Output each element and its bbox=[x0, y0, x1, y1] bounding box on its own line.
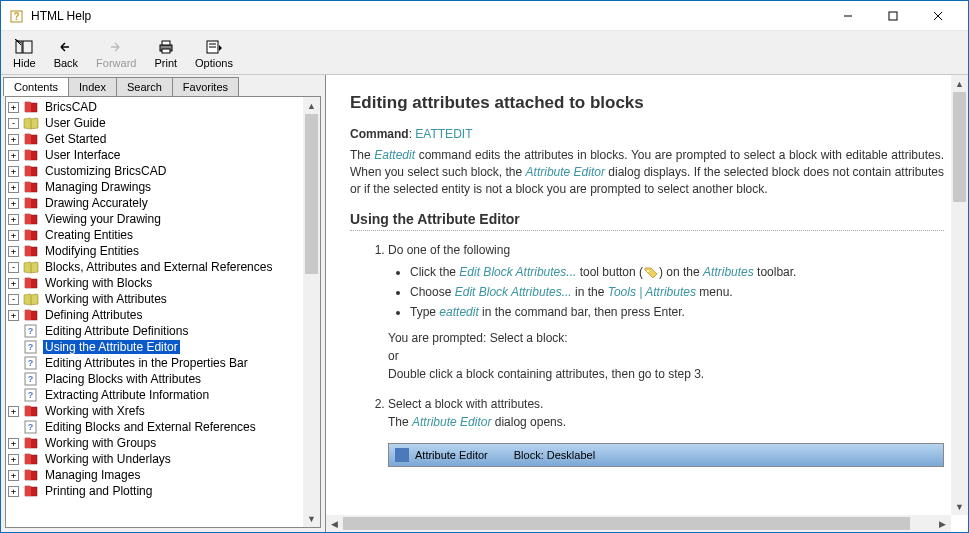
tab-contents[interactable]: Contents bbox=[3, 77, 69, 96]
print-icon bbox=[156, 37, 176, 57]
help-page-icon bbox=[23, 356, 39, 370]
scroll-up-icon[interactable]: ▲ bbox=[303, 97, 320, 114]
tab-favorites[interactable]: Favorites bbox=[172, 77, 239, 96]
tree-item[interactable]: Working with Underlays bbox=[43, 452, 173, 466]
scroll-left-icon[interactable]: ◀ bbox=[326, 515, 343, 532]
page-title: Editing attributes attached to blocks bbox=[350, 93, 944, 113]
book-icon bbox=[23, 228, 39, 242]
tab-index[interactable]: Index bbox=[68, 77, 117, 96]
book-icon bbox=[23, 404, 39, 418]
tree-item[interactable]: Working with Blocks bbox=[43, 276, 154, 290]
expand-toggle[interactable]: + bbox=[8, 406, 19, 417]
tree-item[interactable]: Extracting Attribute Information bbox=[43, 388, 211, 402]
scroll-down-icon[interactable]: ▼ bbox=[303, 510, 320, 527]
content-panel: Editing attributes attached to blocks Co… bbox=[326, 75, 968, 532]
tree-item[interactable]: BricsCAD bbox=[43, 100, 99, 114]
expand-toggle[interactable]: + bbox=[8, 278, 19, 289]
scroll-right-icon[interactable]: ▶ bbox=[934, 515, 951, 532]
tree-item[interactable]: Modifying Entities bbox=[43, 244, 141, 258]
tree-item[interactable]: Working with Xrefs bbox=[43, 404, 147, 418]
expand-toggle[interactable]: + bbox=[8, 438, 19, 449]
book-icon bbox=[23, 164, 39, 178]
content-area[interactable]: Editing attributes attached to blocks Co… bbox=[326, 75, 968, 532]
book-icon bbox=[23, 244, 39, 258]
tree-item[interactable]: Editing Attributes in the Properties Bar bbox=[43, 356, 250, 370]
book-icon bbox=[23, 436, 39, 450]
expand-toggle[interactable]: + bbox=[8, 246, 19, 257]
back-button[interactable]: Back bbox=[46, 35, 86, 71]
expand-toggle[interactable]: + bbox=[8, 470, 19, 481]
book-icon bbox=[23, 484, 39, 498]
expand-toggle[interactable]: + bbox=[8, 454, 19, 465]
collapse-toggle[interactable]: - bbox=[8, 118, 19, 129]
expand-toggle[interactable]: + bbox=[8, 198, 19, 209]
app-icon: ? bbox=[9, 8, 25, 24]
book-open-icon bbox=[23, 292, 39, 306]
book-icon bbox=[23, 212, 39, 226]
tree-item[interactable]: Working with Attributes bbox=[43, 292, 169, 306]
expand-toggle[interactable]: + bbox=[8, 214, 19, 225]
tree-item[interactable]: Creating Entities bbox=[43, 228, 135, 242]
tree-item[interactable]: User Interface bbox=[43, 148, 122, 162]
maximize-button[interactable] bbox=[870, 2, 915, 30]
expand-toggle[interactable]: + bbox=[8, 134, 19, 145]
book-icon bbox=[23, 132, 39, 146]
expand-toggle[interactable]: + bbox=[8, 102, 19, 113]
expand-toggle[interactable]: + bbox=[8, 310, 19, 321]
tree-item[interactable]: Customizing BricsCAD bbox=[43, 164, 168, 178]
expand-toggle[interactable]: + bbox=[8, 150, 19, 161]
tree-item[interactable]: Printing and Plotting bbox=[43, 484, 154, 498]
tree-item[interactable]: Managing Drawings bbox=[43, 180, 153, 194]
options-button[interactable]: Options bbox=[187, 35, 241, 71]
book-icon bbox=[23, 148, 39, 162]
book-icon bbox=[23, 468, 39, 482]
tree-item[interactable]: Working with Groups bbox=[43, 436, 158, 450]
book-open-icon bbox=[23, 260, 39, 274]
toolbar: Hide Back Forward Print Options bbox=[1, 31, 968, 75]
expand-toggle[interactable]: + bbox=[8, 182, 19, 193]
book-icon bbox=[23, 100, 39, 114]
help-page-icon bbox=[23, 340, 39, 354]
hide-button[interactable]: Hide bbox=[5, 35, 44, 71]
expand-toggle[interactable]: + bbox=[8, 166, 19, 177]
contents-tree[interactable]: +BricsCAD -User Guide +Get Started +User… bbox=[6, 97, 320, 527]
expand-toggle[interactable]: + bbox=[8, 486, 19, 497]
content-horizontal-scrollbar[interactable]: ◀ ▶ bbox=[326, 515, 951, 532]
scroll-down-icon[interactable]: ▼ bbox=[951, 498, 968, 515]
tab-search[interactable]: Search bbox=[116, 77, 173, 96]
tree-item[interactable]: Managing Images bbox=[43, 468, 142, 482]
command-link[interactable]: EATTEDIT bbox=[415, 127, 472, 141]
book-icon bbox=[23, 452, 39, 466]
options-icon bbox=[204, 37, 224, 57]
step-2: Select a block with attributes. The Attr… bbox=[388, 395, 944, 467]
tree-scrollbar[interactable]: ▲ ▼ bbox=[303, 97, 320, 527]
tree-item[interactable]: User Guide bbox=[43, 116, 108, 130]
tree-item[interactable]: Get Started bbox=[43, 132, 108, 146]
book-icon bbox=[23, 180, 39, 194]
svg-rect-14 bbox=[162, 41, 170, 45]
collapse-toggle[interactable]: - bbox=[8, 262, 19, 273]
expand-toggle[interactable]: + bbox=[8, 230, 19, 241]
tree-item[interactable]: Blocks, Attributes and External Referenc… bbox=[43, 260, 274, 274]
tree-item[interactable]: Drawing Accurately bbox=[43, 196, 150, 210]
print-button[interactable]: Print bbox=[146, 35, 185, 71]
command-row: Command: EATTEDIT bbox=[350, 127, 944, 141]
forward-button[interactable]: Forward bbox=[88, 35, 144, 71]
tree-item[interactable]: Defining Attributes bbox=[43, 308, 144, 322]
collapse-toggle[interactable]: - bbox=[8, 294, 19, 305]
dialog-preview: Attribute Editor Block: Desklabel bbox=[388, 443, 944, 467]
scroll-up-icon[interactable]: ▲ bbox=[951, 75, 968, 92]
content-vertical-scrollbar[interactable]: ▲ ▼ bbox=[951, 75, 968, 515]
tree-item-selected[interactable]: Using the Attribute Editor bbox=[43, 340, 180, 354]
minimize-button[interactable] bbox=[825, 2, 870, 30]
close-button[interactable] bbox=[915, 2, 960, 30]
tree-item[interactable]: Placing Blocks with Attributes bbox=[43, 372, 203, 386]
window-title: HTML Help bbox=[31, 9, 91, 23]
tree-item[interactable]: Editing Blocks and External References bbox=[43, 420, 258, 434]
tree-item[interactable]: Editing Attribute Definitions bbox=[43, 324, 190, 338]
svg-rect-15 bbox=[162, 49, 170, 53]
svg-rect-10 bbox=[23, 41, 32, 53]
steps-list: Do one of the following Click the Edit B… bbox=[350, 241, 944, 467]
dialog-title: Attribute Editor bbox=[415, 447, 488, 464]
tree-item[interactable]: Viewing your Drawing bbox=[43, 212, 163, 226]
